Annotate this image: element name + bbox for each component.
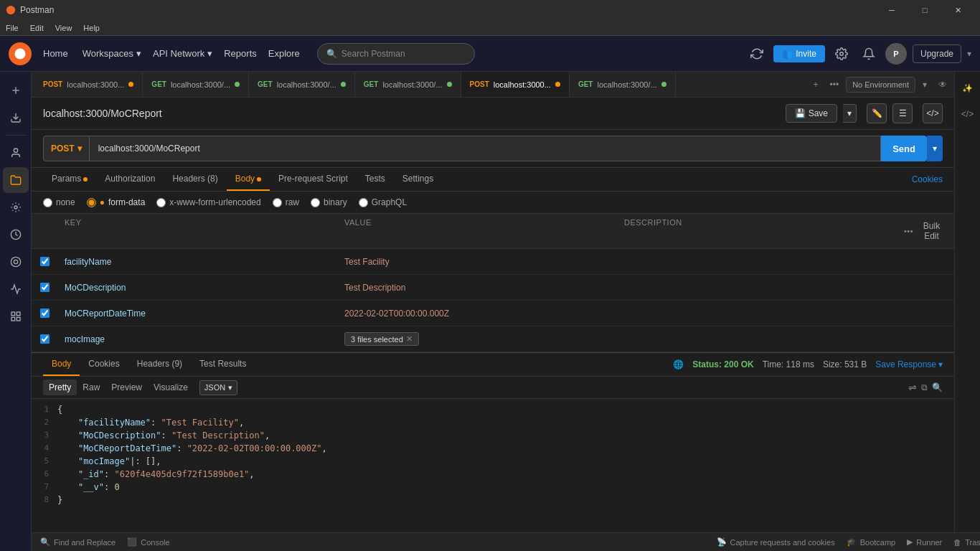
save-response-button[interactable]: Save Response ▾ <box>875 359 943 369</box>
sidebar-new[interactable] <box>3 77 29 103</box>
right-code-icon[interactable]: </> <box>957 103 979 125</box>
row1-value[interactable]: Test Facility <box>337 253 617 271</box>
row2-key[interactable]: MoCDescription <box>57 278 337 297</box>
no-environment-select[interactable]: No Environment <box>846 77 915 93</box>
files-badge[interactable]: 3 files selected ✕ <box>344 332 419 346</box>
tab-headers[interactable]: Headers (8) <box>164 168 226 191</box>
resp-tab-headers[interactable]: Headers (9) <box>128 353 191 376</box>
tab-5[interactable]: GET localhost:3000/... <box>570 72 676 98</box>
code-button[interactable]: </> <box>923 103 943 123</box>
row2-value[interactable]: Test Description <box>337 278 617 297</box>
fmt-visualize-button[interactable]: Visualize <box>148 380 194 395</box>
row3-value[interactable]: 2022-02-02T00:00:00.000Z <box>337 304 617 323</box>
maximize-button[interactable]: □ <box>908 0 941 20</box>
sidebar-import[interactable] <box>3 105 29 131</box>
tab-3[interactable]: GET localhost:3000/... <box>355 72 461 98</box>
tab-tests[interactable]: Tests <box>357 168 394 191</box>
nav-explore[interactable]: Explore <box>263 44 306 63</box>
environment-chevron-icon[interactable]: ▾ <box>918 77 931 93</box>
notification-icon[interactable] <box>858 43 880 65</box>
sidebar-mock[interactable] <box>3 249 29 275</box>
row3-key[interactable]: MoCReportDateTime <box>57 304 337 323</box>
invite-button[interactable]: 👥 Invite <box>773 45 825 62</box>
save-dropdown-button[interactable]: ▾ <box>843 104 857 123</box>
row4-checkbox[interactable] <box>40 334 50 344</box>
send-button[interactable]: Send <box>881 136 927 161</box>
menu-view[interactable]: View <box>55 24 72 32</box>
sidebar-flows[interactable] <box>3 303 29 329</box>
more-tabs-button[interactable]: ••• <box>826 77 844 93</box>
bulk-edit-button[interactable]: Bulk Edit <box>916 218 947 244</box>
settings-icon[interactable] <box>831 43 852 65</box>
trash-button[interactable]: 🗑 Trash <box>953 538 954 547</box>
sync-icon[interactable] <box>746 43 768 65</box>
radio-none[interactable]: none <box>43 197 75 207</box>
edit-button[interactable]: ✏️ <box>867 103 887 123</box>
fmt-raw-button[interactable]: Raw <box>77 380 105 395</box>
menu-file[interactable]: File <box>6 24 19 32</box>
runner-button[interactable]: ▶ Runner <box>907 537 942 547</box>
format-json-select[interactable]: JSON ▾ <box>199 380 237 395</box>
row2-description[interactable] <box>617 283 897 292</box>
right-magic-icon[interactable]: ✨ <box>957 77 979 99</box>
sidebar-user[interactable] <box>3 140 29 166</box>
sidebar-collections[interactable] <box>3 167 29 193</box>
row4-description[interactable] <box>617 335 897 344</box>
new-tab-button[interactable]: + <box>809 77 823 93</box>
tab-0[interactable]: POST localhost:3000... <box>34 72 143 98</box>
console-button[interactable]: ⬛ Console <box>127 537 169 547</box>
search-bar[interactable]: 🔍 Search Postman <box>317 43 475 65</box>
cookies-link[interactable]: Cookies <box>912 174 943 184</box>
tab-pre-request[interactable]: Pre-request Script <box>270 168 357 191</box>
sidebar-monitor[interactable] <box>3 276 29 302</box>
user-avatar[interactable]: P <box>885 43 907 65</box>
environment-view-icon[interactable]: 👁 <box>934 77 951 93</box>
clear-files-button[interactable]: ✕ <box>406 334 413 344</box>
tab-body[interactable]: Body <box>227 168 270 191</box>
radio-raw[interactable]: raw <box>273 197 299 207</box>
docs-button[interactable]: ☰ <box>892 103 913 123</box>
minimize-button[interactable]: ─ <box>875 0 908 20</box>
nav-reports[interactable]: Reports <box>218 44 263 63</box>
sidebar-environments[interactable] <box>3 194 29 220</box>
bootcamp-button[interactable]: 🎓 Bootcamp <box>847 537 896 547</box>
tab-2[interactable]: GET localhost:3000/... <box>249 72 355 98</box>
radio-urlencoded[interactable]: x-www-form-urlencoded <box>156 197 260 207</box>
fmt-preview-button[interactable]: Preview <box>105 380 148 395</box>
more-icon[interactable]: ••• <box>904 227 913 235</box>
row2-checkbox[interactable] <box>40 283 50 292</box>
fmt-pretty-button[interactable]: Pretty <box>43 380 77 395</box>
tab-settings[interactable]: Settings <box>394 168 442 191</box>
sidebar-history[interactable] <box>3 222 29 248</box>
resp-tab-cookies[interactable]: Cookies <box>80 353 128 376</box>
row1-key[interactable]: facilityName <box>57 253 337 271</box>
menu-edit[interactable]: Edit <box>30 24 44 32</box>
url-input[interactable] <box>90 136 882 161</box>
menu-help[interactable]: Help <box>83 24 100 32</box>
find-replace-button[interactable]: 🔍 Find and Replace <box>40 537 116 547</box>
wrap-icon[interactable]: ⇌ <box>908 382 917 393</box>
radio-form-data[interactable]: ● form-data <box>87 197 146 207</box>
tab-params[interactable]: Params <box>43 168 96 191</box>
method-select[interactable]: POST ▾ <box>43 136 90 161</box>
row3-description[interactable] <box>617 309 897 318</box>
row1-description[interactable] <box>617 258 897 266</box>
nav-home[interactable]: Home <box>37 44 74 63</box>
send-dropdown-button[interactable]: ▾ <box>927 136 943 161</box>
capture-button[interactable]: 📡 Capture requests and cookies <box>717 537 835 547</box>
radio-binary[interactable]: binary <box>311 197 347 207</box>
tab-4[interactable]: POST localhost:3000... <box>461 72 570 98</box>
row1-checkbox[interactable] <box>40 257 50 266</box>
upgrade-chevron-icon[interactable]: ▾ <box>967 49 971 59</box>
upgrade-button[interactable]: Upgrade <box>913 44 961 63</box>
tab-1[interactable]: GET localhost:3000/... <box>143 72 249 98</box>
tab-authorization[interactable]: Authorization <box>96 168 164 191</box>
radio-graphql[interactable]: GraphQL <box>359 197 407 207</box>
resp-tab-test-results[interactable]: Test Results <box>191 353 255 376</box>
search-response-icon[interactable]: 🔍 <box>932 382 943 392</box>
nav-workspaces[interactable]: Workspaces ▾ <box>77 44 147 63</box>
row3-checkbox[interactable] <box>40 309 50 318</box>
row4-key[interactable]: mocImage <box>57 330 337 349</box>
save-button[interactable]: 💾 Save <box>786 104 837 123</box>
copy-response-icon[interactable]: ⧉ <box>921 382 928 392</box>
